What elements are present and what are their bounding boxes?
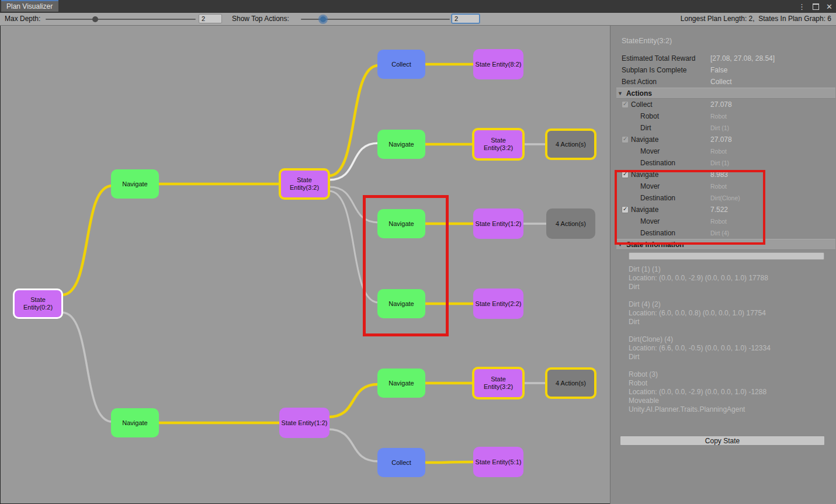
tab-plan-visualizer[interactable]: Plan Visualizer [1,0,58,12]
plan-stats-text: Longest Plan Length: 2, States In Plan G… [681,15,831,23]
action-param-row: Destination Dirt (4) [610,227,836,239]
show-top-actions-slider[interactable] [301,19,450,20]
graph-edge [424,462,475,463]
graph-node-navigate[interactable]: Navigate [377,289,425,318]
max-depth-slider[interactable] [46,19,196,20]
state-info-section-header[interactable]: ▼ State information [616,239,835,250]
action-param-row: Destination Dirt(Clone) [610,192,836,204]
action-value: 27.078 [710,135,732,144]
graph-node-state[interactable]: State Entity(3:2) [279,168,330,200]
action-row: Navigate 27.078 [610,134,836,145]
action-name: Navigate [631,135,710,144]
graph-node-state[interactable]: State Entity(1:2) [279,408,329,438]
param-value: Robot [710,218,727,225]
param-label: Destination [640,229,710,237]
action-checkbox[interactable] [622,101,629,108]
max-depth-input[interactable] [199,14,222,23]
state-inspector-panel: StateEntity(3:2) Estimated Total Reward … [610,25,836,504]
param-value: Dirt (1) [710,124,729,131]
graph-node-collect[interactable]: Collect [377,50,425,79]
copy-state-button[interactable]: Copy State [620,436,825,446]
graph-node-state[interactable]: State Entity(0:2) [13,289,63,319]
property-label: Estimated Total Reward [622,54,710,62]
max-depth-slider-thumb[interactable] [92,16,98,22]
state-entry: Dirt(Clone) (4) Location: (6.6, 0.0, -0.… [629,335,836,362]
toolbar: Max Depth: Show Top Actions: Longest Pla… [0,13,836,26]
action-row: Collect 27.078 [610,99,836,110]
action-param-row: Destination Dirt (1) [610,157,836,169]
graph-node-navigate[interactable]: Navigate [377,130,425,159]
action-name: Navigate [631,206,710,214]
show-top-actions-slider-thumb[interactable] [320,16,326,22]
show-top-actions-label: Show Top Actions: [232,15,289,23]
tab-label: Plan Visualizer [6,2,53,11]
action-name: Collect [631,100,710,109]
param-label: Robot [640,112,710,120]
close-icon[interactable]: ✕ [826,3,832,11]
graph-node-more[interactable]: 4 Action(s) [545,367,596,399]
state-properties: Estimated Total Reward [27.08, 27.08, 28… [610,53,836,88]
graph-edge [62,312,112,422]
inspector-title: StateEntity(3:2) [622,37,836,45]
graph-edge [329,187,379,223]
maximize-icon[interactable] [813,4,819,10]
graph-node-state[interactable]: State Entity(5:1) [473,447,523,477]
graph-edge [328,429,379,461]
property-label: Subplan Is Complete [622,66,710,74]
param-value: Robot [710,183,727,190]
actions-section-header[interactable]: ▼ Actions [616,88,835,99]
graph-node-more[interactable]: 4 Action(s) [546,208,595,239]
graph-node-more[interactable]: 4 Action(s) [545,128,596,160]
foldout-triangle-icon: ▼ [618,242,623,248]
param-label: Mover [640,147,710,155]
actions-header-label: Actions [626,89,652,98]
param-label: Dirt [640,124,710,132]
param-label: Destination [640,194,710,202]
state-entry: Robot (3) Robot Location: (0.0, 0.0, -2.… [629,370,836,414]
action-row: Navigate 7.522 [610,204,836,215]
graph-node-state[interactable]: State Entity(3:2) [472,128,525,161]
title-bar: Plan Visualizer ⋮ ✕ [0,0,836,13]
action-checkbox[interactable] [622,206,629,213]
action-checkbox[interactable] [622,136,629,143]
param-label: Destination [640,159,710,167]
state-filter-input[interactable] [629,252,824,260]
show-top-actions-input[interactable] [452,14,480,23]
max-depth-label: Max Depth: [5,15,40,23]
property-row: Subplan Is Complete False [610,64,836,76]
graph-node-state[interactable]: State Entity(1:2) [473,208,523,239]
plan-visualizer-window: State Entity(0:2)NavigateState Entity(3:… [0,0,836,504]
property-value: Collect [710,78,732,86]
window-menu-icon[interactable]: ⋮ [798,3,806,11]
property-row: Estimated Total Reward [27.08, 27.08, 28… [610,53,836,64]
action-value: 7.522 [710,206,728,214]
graph-edge [328,384,379,417]
property-value: False [710,66,727,74]
action-param-row: Robot Robot [610,110,836,122]
property-row: Best Action Collect [610,76,836,88]
graph-node-collect[interactable]: Collect [377,448,425,477]
param-value: Robot [710,113,727,120]
graph-node-navigate[interactable]: Navigate [111,169,159,199]
action-param-row: Mover Robot [610,145,836,157]
foldout-triangle-icon: ▼ [618,91,623,96]
action-param-row: Mover Robot [610,215,836,227]
property-label: Best Action [622,78,710,86]
graph-node-navigate[interactable]: Navigate [111,408,159,437]
graph-node-state[interactable]: State Entity(2:2) [473,289,523,319]
graph-node-state[interactable]: State Entity(8:2) [473,49,523,79]
graph-node-navigate[interactable]: Navigate [377,209,425,238]
state-entry: Dirt (1) (1) Location: (0.0, 0.0, -2.9) … [629,265,836,291]
action-param-row: Dirt Dirt (1) [610,122,836,134]
action-checkbox[interactable] [622,171,629,178]
graph-edge [62,186,112,295]
action-value: 27.078 [710,100,732,109]
param-label: Mover [640,182,710,190]
action-name: Navigate [631,171,710,179]
graph-node-state[interactable]: State Entity(3:2) [472,367,525,399]
param-value: Dirt(Clone) [710,194,740,201]
graph-node-navigate[interactable]: Navigate [377,369,425,398]
graph-edge [329,143,379,180]
graph-edge [329,65,379,176]
state-entry: Dirt (4) (2) Location: (6.0, 0.0, 0.8) (… [629,300,836,326]
